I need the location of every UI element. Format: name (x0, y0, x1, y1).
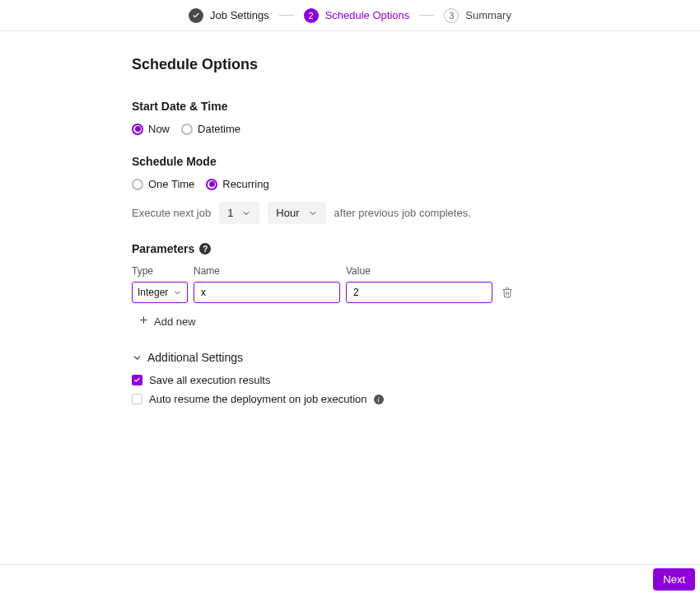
radio-label: Now (148, 123, 170, 135)
wizard-stepper: Job Settings 2 Schedule Options 3 Summar… (0, 0, 700, 31)
select-value: Hour (276, 207, 299, 219)
select-value: Integer (138, 287, 168, 298)
stepper-connector (279, 15, 294, 16)
table-row: Integer (132, 282, 700, 303)
schedule-mode-title: Schedule Mode (132, 155, 700, 168)
additional-settings-toggle[interactable]: Additional Settings (132, 351, 700, 364)
step-label: Summary (465, 9, 511, 21)
page-title: Schedule Options (132, 56, 700, 73)
col-header-type: Type (132, 265, 188, 277)
interval-count-select[interactable]: 1 (219, 202, 259, 224)
footer-bar: Next (0, 564, 700, 593)
start-radio-group: Now Datetime (132, 123, 700, 135)
add-new-label: Add new (154, 315, 196, 328)
param-name-input[interactable] (194, 282, 340, 303)
chevron-down-icon (241, 208, 251, 218)
plus-icon (138, 315, 149, 328)
save-results-row: Save all execution results (132, 374, 700, 386)
next-button[interactable]: Next (653, 568, 695, 591)
parameters-table: Type Name Value Integer (132, 265, 700, 303)
col-header-name: Name (194, 265, 340, 277)
radio-label: Datetime (198, 123, 240, 135)
step-label: Job Settings (210, 9, 269, 21)
chevron-down-icon (308, 208, 318, 218)
chevron-down-icon (132, 353, 142, 363)
exec-prefix: Execute next job (132, 207, 211, 219)
trash-icon[interactable] (502, 287, 513, 298)
col-header-value: Value (346, 265, 492, 277)
param-type-select[interactable]: Integer (132, 282, 188, 303)
auto-resume-checkbox[interactable] (132, 394, 142, 404)
checkbox-label: Auto resume the deployment on job execut… (149, 393, 367, 405)
exec-suffix: after previous job completes. (334, 207, 471, 219)
radio-now[interactable]: Now (132, 123, 170, 135)
radio-icon (132, 124, 143, 135)
step-schedule-options[interactable]: 2 Schedule Options (304, 8, 410, 23)
radio-icon (206, 179, 217, 190)
mode-radio-group: One Time Recurring (132, 178, 700, 190)
add-new-button[interactable]: Add new (138, 315, 700, 328)
step-label: Schedule Options (325, 9, 410, 21)
auto-resume-row: Auto resume the deployment on job execut… (132, 393, 700, 405)
param-value-input[interactable] (346, 282, 492, 303)
help-icon[interactable]: ? (199, 243, 211, 254)
table-header-row: Type Name Value (132, 265, 700, 277)
interval-unit-select[interactable]: Hour (268, 202, 325, 224)
additional-settings-label: Additional Settings (147, 351, 243, 364)
step-number-icon: 3 (444, 8, 459, 23)
check-circle-icon (189, 8, 203, 23)
select-value: 1 (227, 207, 233, 219)
radio-recurring[interactable]: Recurring (206, 178, 268, 190)
step-job-settings[interactable]: Job Settings (189, 8, 269, 23)
radio-icon (132, 179, 143, 190)
checkbox-label: Save all execution results (149, 374, 270, 386)
radio-one-time[interactable]: One Time (132, 178, 194, 190)
save-results-checkbox[interactable] (132, 375, 142, 385)
step-number-icon: 2 (304, 8, 319, 23)
radio-label: One Time (148, 178, 194, 190)
recurrence-sentence: Execute next job 1 Hour after previous j… (132, 202, 700, 224)
radio-label: Recurring (222, 178, 268, 190)
radio-icon (181, 124, 193, 135)
parameters-title: Parameters (132, 242, 194, 255)
stepper-connector (419, 15, 434, 16)
chevron-down-icon (173, 288, 182, 297)
info-icon[interactable]: i (374, 395, 384, 404)
parameters-header: Parameters ? (132, 242, 700, 255)
radio-datetime[interactable]: Datetime (181, 123, 240, 135)
step-summary[interactable]: 3 Summary (444, 8, 511, 23)
main-content: Schedule Options Start Date & Time Now D… (0, 31, 700, 564)
start-date-time-title: Start Date & Time (132, 100, 700, 113)
additional-settings-list: Save all execution results Auto resume t… (132, 374, 700, 405)
